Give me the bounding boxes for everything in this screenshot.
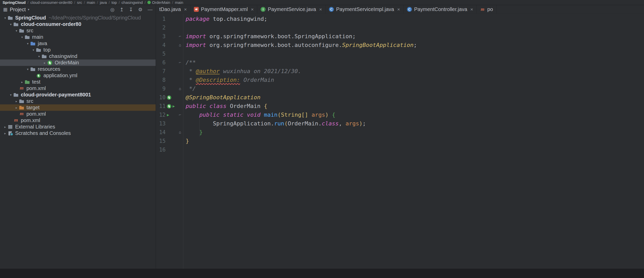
tab-paymentserviceimpl-java[interactable]: CPaymentServiceImpl.java× bbox=[326, 5, 404, 14]
chevron-down-icon[interactable]: ▾ bbox=[14, 29, 19, 33]
code-token: String[] bbox=[281, 112, 308, 118]
chevron-down-icon[interactable]: ▾ bbox=[3, 16, 8, 20]
chevron-right-icon[interactable]: ▸ bbox=[14, 100, 19, 103]
chevron-down-icon[interactable]: ▾ bbox=[25, 67, 30, 71]
project-view-icon: ▦ bbox=[3, 7, 7, 12]
chevron-right-icon[interactable]: ▸ bbox=[42, 61, 47, 65]
breadcrumb-main[interactable]: main bbox=[87, 0, 95, 5]
hide-panel-icon[interactable]: — bbox=[148, 7, 153, 12]
collapse-all-icon[interactable]: ↧ bbox=[129, 7, 133, 13]
fold-icon[interactable]: ⌐ bbox=[177, 111, 183, 119]
select-opened-file-icon[interactable]: ◎ bbox=[110, 7, 115, 13]
line-number: 6 bbox=[156, 58, 166, 67]
tab-label: po bbox=[487, 6, 493, 12]
chevron-right-icon[interactable]: ▸ bbox=[20, 80, 25, 84]
expand-all-icon[interactable]: ↥ bbox=[120, 7, 124, 13]
spring-bean-icon[interactable] bbox=[167, 104, 171, 108]
code-token: main bbox=[264, 112, 278, 118]
chevron-right-icon[interactable]: ▸ bbox=[3, 125, 8, 129]
breadcrumb-main[interactable]: main bbox=[175, 0, 183, 5]
tree-item-src[interactable]: ▾src bbox=[0, 27, 156, 34]
project-panel-title[interactable]: Project bbox=[10, 7, 26, 13]
tab-label: PaymentServiceImpl.java bbox=[336, 6, 394, 12]
code-editor[interactable]: 1package top.chasingwind;23⌐import org.s… bbox=[156, 14, 644, 269]
tree-item-chasingwind[interactable]: ▾chasingwind bbox=[0, 53, 156, 59]
chevron-down-icon[interactable]: ▾ bbox=[25, 42, 30, 45]
fold-icon[interactable]: ⌂ bbox=[177, 128, 183, 137]
breadcrumb-java[interactable]: java bbox=[100, 0, 107, 5]
run-icon[interactable]: ▶ bbox=[173, 104, 175, 108]
close-tab-icon[interactable]: × bbox=[251, 7, 254, 12]
tree-item-main[interactable]: ▾main bbox=[0, 34, 156, 40]
close-tab-icon[interactable]: × bbox=[397, 7, 400, 12]
breadcrumb-separator: / bbox=[119, 0, 120, 5]
fold-icon[interactable]: ⌂ bbox=[177, 41, 183, 49]
tree-item-pom-xml[interactable]: pom.xml bbox=[0, 117, 156, 124]
tree-item-resources[interactable]: ▾resources bbox=[0, 66, 156, 72]
breadcrumb-chasingwind[interactable]: chasingwind bbox=[121, 0, 143, 5]
code-token: top.chasingwind; bbox=[210, 16, 267, 22]
module-folder-icon bbox=[13, 92, 19, 97]
code-token: { bbox=[332, 112, 335, 118]
line-number: 15 bbox=[156, 137, 166, 145]
tab-paymentcontroller-java[interactable]: CPaymentController.java× bbox=[404, 5, 477, 14]
tree-item-scratches-and-consoles[interactable]: ▸Scratches and Consoles bbox=[0, 130, 156, 136]
tree-item-application-yml[interactable]: application.yml bbox=[0, 72, 156, 79]
close-tab-icon[interactable]: × bbox=[319, 7, 322, 12]
breadcrumb-springcloud[interactable]: SpringCloud bbox=[3, 0, 26, 5]
close-tab-icon[interactable]: × bbox=[470, 7, 473, 12]
code-token: @SpringBootApplication bbox=[186, 94, 260, 101]
tree-item-target[interactable]: ▸target bbox=[0, 104, 156, 111]
tree-item-pom-xml[interactable]: pom.xml bbox=[0, 85, 156, 92]
chevron-down-icon[interactable]: ▾ bbox=[31, 48, 36, 52]
tree-item-top[interactable]: ▾top bbox=[0, 47, 156, 53]
tree-item-src[interactable]: ▸src bbox=[0, 98, 156, 104]
tab-label: tDao.java bbox=[159, 6, 181, 12]
tree-item-test[interactable]: ▸test bbox=[0, 79, 156, 85]
chevron-down-icon[interactable]: ▾ bbox=[20, 35, 25, 39]
line-number: 3 bbox=[156, 32, 166, 41]
chevron-down-icon[interactable]: ▾ bbox=[36, 55, 42, 58]
breadcrumb-top[interactable]: top bbox=[111, 0, 117, 5]
tab-po[interactable]: mpo bbox=[477, 5, 497, 14]
tree-item-ordermain[interactable]: ▸OrderMain bbox=[0, 59, 156, 66]
breadcrumb-src[interactable]: src bbox=[77, 0, 82, 5]
breadcrumb-separator: / bbox=[172, 0, 173, 5]
tab-paymentmapper-xml[interactable]: PaymentMapper.xml× bbox=[191, 5, 257, 14]
fold-icon[interactable]: ⌐ bbox=[177, 32, 183, 41]
breadcrumb-separator: / bbox=[109, 0, 110, 5]
tree-item-label: java bbox=[38, 41, 47, 46]
tree-item-springcloud[interactable]: ▾SpringCloud~/IdeaProjects/SpringCloud/S… bbox=[0, 15, 156, 21]
chevron-down-icon[interactable]: ▾ bbox=[8, 23, 13, 26]
breadcrumb-ordermain[interactable]: OrderMain bbox=[147, 0, 170, 5]
gutter-icons bbox=[166, 32, 177, 41]
chevron-right-icon[interactable]: ▸ bbox=[14, 106, 19, 110]
breadcrumb-cloud-consumer-order80[interactable]: cloud-consumer-order80 bbox=[30, 0, 72, 5]
fold-icon[interactable]: ⌐ bbox=[177, 58, 183, 67]
tree-item-pom-xml[interactable]: pom.xml bbox=[0, 111, 156, 117]
tree-item-label: pom.xml bbox=[21, 117, 40, 123]
code-token bbox=[308, 112, 311, 118]
close-tab-icon[interactable]: × bbox=[184, 7, 187, 12]
tree-item-cloud-consumer-order80[interactable]: ▾cloud-consumer-order80 bbox=[0, 21, 156, 27]
settings-icon[interactable]: ⚙ bbox=[138, 7, 143, 13]
tree-item-cloud-provider-payment8001[interactable]: ▾cloud-provider-payment8001 bbox=[0, 92, 156, 98]
tab-tdao-java[interactable]: tDao.java× bbox=[156, 5, 191, 14]
tab-paymentservice-java[interactable]: IPaymentService.java× bbox=[257, 5, 326, 14]
tree-item-external-libraries[interactable]: ▸External Libraries bbox=[0, 124, 156, 130]
fold-icon[interactable]: ⌂ bbox=[177, 84, 183, 93]
editor-column: tDao.java×PaymentMapper.xml×IPaymentServ… bbox=[156, 5, 644, 269]
chevron-down-icon[interactable]: ▾ bbox=[28, 8, 29, 11]
chevron-right-icon[interactable]: ▸ bbox=[3, 132, 8, 135]
code-text: public static void main(String[] args) { bbox=[183, 111, 335, 119]
chevron-down-icon[interactable]: ▾ bbox=[8, 93, 13, 97]
main-area: ▦ Project ▾ ◎↥↧⚙— ▾SpringCloud~/IdeaProj… bbox=[0, 5, 644, 269]
project-tree: ▾SpringCloud~/IdeaProjects/SpringCloud/S… bbox=[0, 14, 156, 269]
fold-spacer bbox=[177, 23, 183, 32]
tree-item-label: Scratches and Consoles bbox=[15, 130, 71, 136]
code-token: wuxinhua on 2021/12/30. bbox=[220, 68, 301, 74]
class-icon: C bbox=[329, 7, 334, 12]
tree-item-java[interactable]: ▾java bbox=[0, 40, 156, 47]
spring-bean-icon[interactable] bbox=[167, 95, 171, 100]
run-icon[interactable]: ▶ bbox=[167, 113, 169, 117]
